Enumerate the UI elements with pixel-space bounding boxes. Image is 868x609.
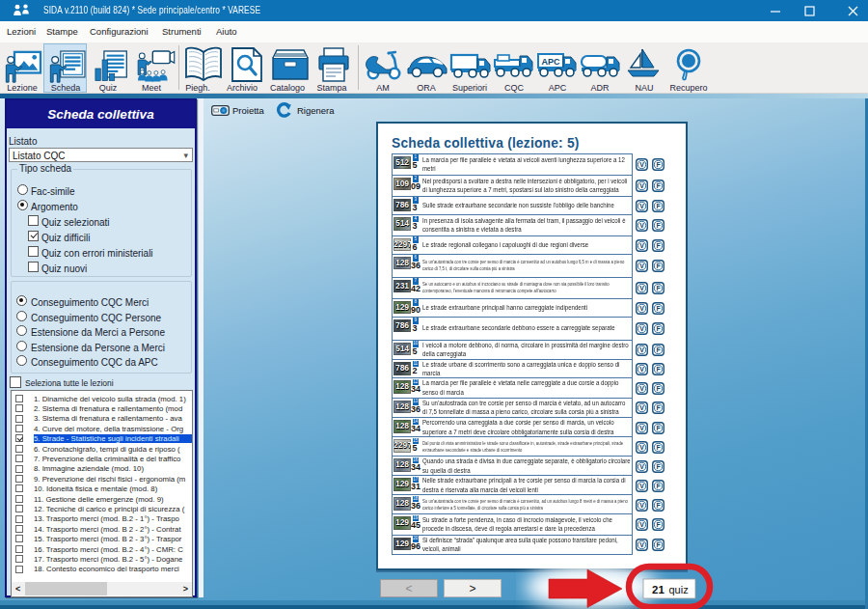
- svg-text:V: V: [639, 325, 644, 332]
- svg-text:21: 21: [652, 584, 665, 595]
- svg-text:V: V: [639, 222, 644, 229]
- svg-text:F: F: [656, 242, 660, 249]
- svg-text:F: F: [656, 385, 660, 392]
- svg-text:V: V: [639, 366, 644, 373]
- svg-text:V: V: [639, 541, 644, 548]
- svg-text:F: F: [656, 222, 660, 229]
- svg-text:F: F: [656, 425, 660, 431]
- svg-text:F: F: [656, 325, 660, 332]
- svg-text:V: V: [639, 161, 644, 168]
- svg-text:APC: APC: [541, 57, 560, 67]
- svg-text:F: F: [656, 285, 660, 291]
- svg-text:V: V: [639, 425, 644, 431]
- svg-text:F: F: [656, 346, 660, 353]
- svg-text:V: V: [639, 285, 644, 291]
- svg-text:quiz: quiz: [669, 584, 689, 595]
- svg-text:V: V: [639, 182, 644, 189]
- svg-text:F: F: [656, 161, 660, 168]
- svg-text:V: V: [639, 346, 644, 353]
- svg-text:V: V: [639, 263, 644, 269]
- svg-text:V: V: [639, 444, 644, 451]
- svg-text:F: F: [656, 502, 660, 509]
- svg-text:F: F: [656, 483, 660, 489]
- svg-text:F: F: [656, 404, 660, 411]
- svg-text:V: V: [639, 502, 644, 509]
- svg-text:V: V: [639, 203, 644, 209]
- svg-text:V: V: [639, 483, 644, 489]
- svg-text:F: F: [656, 263, 660, 269]
- svg-text:F: F: [656, 305, 660, 312]
- svg-text:F: F: [656, 463, 660, 470]
- svg-text:V: V: [639, 521, 644, 528]
- svg-text:F: F: [656, 203, 660, 209]
- svg-text:V: V: [639, 404, 644, 411]
- svg-text:F: F: [656, 182, 660, 189]
- svg-text:V: V: [639, 463, 644, 470]
- svg-text:F: F: [656, 444, 660, 451]
- svg-text:V: V: [639, 242, 644, 249]
- svg-text:F: F: [656, 521, 660, 528]
- svg-text:V: V: [639, 385, 644, 392]
- svg-text:F: F: [656, 366, 660, 373]
- svg-text:V: V: [639, 305, 644, 312]
- svg-text:F: F: [656, 541, 660, 548]
